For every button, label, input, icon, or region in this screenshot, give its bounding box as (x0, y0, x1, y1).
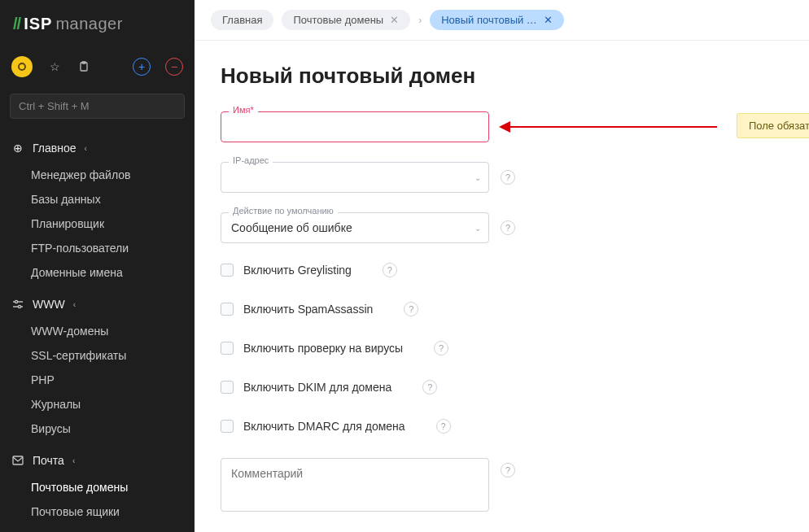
dashboard-icon: ⊕ (11, 142, 24, 155)
help-icon[interactable]: ? (501, 170, 515, 185)
ip-select[interactable] (221, 162, 489, 193)
greylisting-checkbox[interactable] (221, 264, 234, 277)
greylisting-label: Включить Greylisting (243, 264, 352, 277)
sidebar-item-domains[interactable]: Доменные имена (0, 260, 195, 285)
default-action-select[interactable]: Сообщение об ошибке (221, 212, 489, 243)
check-virus: Включить проверку на вирусы ? (221, 341, 783, 355)
star-icon[interactable]: ☆ (47, 59, 62, 74)
close-icon[interactable]: ✕ (544, 14, 553, 26)
sidebar-item-databases[interactable]: Базы данных (0, 187, 195, 211)
name-label: Имя* (229, 105, 258, 115)
dkim-checkbox[interactable] (221, 381, 234, 394)
svg-point-5 (15, 300, 17, 303)
coin-icon[interactable] (11, 56, 33, 77)
sidebar-item-viruses[interactable]: Вирусы (0, 416, 195, 441)
virus-checkbox[interactable] (221, 342, 234, 355)
sidebar-toolbar: ☆ + − (0, 50, 195, 89)
check-dkim: Включить DKIM для домена ? (221, 380, 783, 395)
content-area: Новый почтовый домен Имя* Поле обязатель… (195, 41, 809, 532)
comment-textarea[interactable] (221, 458, 489, 512)
breadcrumb-new-mail-domain[interactable]: Новый почтовый …✕ (430, 10, 564, 30)
remove-icon[interactable]: − (165, 58, 183, 76)
nav-section-www[interactable]: WWW ‹ (0, 290, 195, 319)
arrow-line-icon (505, 126, 717, 128)
logo-manager: manager (55, 15, 122, 33)
nav-section-label: Почта (33, 454, 64, 467)
mail-icon (11, 454, 24, 467)
nav-section-label: Главное (33, 142, 77, 155)
chevron-left-icon: ‹ (72, 456, 75, 465)
add-icon[interactable]: + (133, 58, 151, 76)
chevron-left-icon: ‹ (73, 300, 76, 309)
sliders-icon (11, 298, 24, 311)
breadcrumb-home[interactable]: Главная (211, 10, 273, 30)
search-input[interactable]: Ctrl + Shift + M (10, 94, 185, 119)
sidebar: // ISPmanager ☆ + − Ctrl + Shift + M ⊕ Г… (0, 0, 195, 532)
close-icon[interactable]: ✕ (390, 14, 399, 26)
dkim-label: Включить DKIM для домена (243, 381, 391, 394)
sidebar-item-mail-domains[interactable]: Почтовые домены (0, 475, 195, 499)
default-action-label: Действие по умолчанию (229, 206, 338, 216)
nav-section-main[interactable]: ⊕ Главное ‹ (0, 133, 195, 163)
sidebar-item-php[interactable]: PHP (0, 368, 195, 392)
dmarc-label: Включить DMARC для домена (243, 420, 405, 433)
logo-isp: ISP (24, 15, 52, 33)
sidebar-item-ftp-users[interactable]: FTP-пользователи (0, 236, 195, 260)
breadcrumb-mail-domains[interactable]: Почтовые домены✕ (282, 10, 410, 30)
ip-label: IP-адрес (229, 155, 273, 165)
sidebar-item-mailboxes[interactable]: Почтовые ящики (0, 499, 195, 524)
error-tooltip: Поле обязательно для заполнения ✕ (737, 113, 809, 138)
name-input[interactable] (221, 111, 489, 142)
help-icon[interactable]: ? (404, 302, 418, 316)
check-spamassassin: Включить SpamAssassin ? (221, 302, 783, 316)
main: Главная Почтовые домены✕ › Новый почтовы… (195, 0, 809, 532)
clipboard-icon[interactable] (77, 59, 91, 74)
nav-section-mail[interactable]: Почта ‹ (0, 446, 195, 475)
chevron-right-icon: › (418, 15, 422, 26)
spamassassin-checkbox[interactable] (221, 303, 234, 316)
arrow-head-icon (499, 121, 510, 133)
nav-section-label: WWW (33, 298, 65, 311)
sidebar-item-scheduler[interactable]: Планировщик (0, 211, 195, 236)
help-icon[interactable]: ? (501, 220, 515, 235)
svg-rect-7 (13, 456, 23, 464)
help-icon[interactable]: ? (422, 380, 437, 395)
logo-slashes-icon: // (13, 15, 20, 33)
svg-point-6 (18, 305, 20, 307)
field-comment: ? (221, 458, 783, 512)
chevron-left-icon: ‹ (85, 144, 87, 153)
page-title: Новый почтовый домен (221, 63, 783, 89)
dmarc-checkbox[interactable] (221, 420, 234, 433)
sidebar-item-file-manager[interactable]: Менеджер файлов (0, 163, 195, 187)
help-icon[interactable]: ? (434, 341, 448, 355)
nav: ⊕ Главное ‹ Менеджер файлов Базы данных … (0, 133, 195, 532)
check-dmarc: Включить DMARC для домена ? (221, 419, 783, 434)
help-icon[interactable]: ? (383, 263, 397, 277)
sidebar-item-ssl[interactable]: SSL-сертификаты (0, 343, 195, 368)
field-ip: IP-адрес ⌄ ? (221, 162, 783, 193)
check-greylisting: Включить Greylisting ? (221, 263, 783, 277)
sidebar-item-www-domains[interactable]: WWW-домены (0, 319, 195, 343)
breadcrumb: Главная Почтовые домены✕ › Новый почтовы… (195, 0, 809, 41)
help-icon[interactable]: ? (501, 463, 515, 477)
spamassassin-label: Включить SpamAssassin (243, 303, 373, 316)
virus-label: Включить проверку на вирусы (243, 342, 403, 355)
logo: // ISPmanager (0, 0, 195, 50)
field-default-action: Сообщение об ошибке Действие по умолчани… (221, 212, 783, 243)
sidebar-item-logs[interactable]: Журналы (0, 392, 195, 416)
help-icon[interactable]: ? (436, 419, 451, 434)
field-name: Имя* Поле обязательно для заполнения ✕ (221, 111, 783, 142)
svg-point-0 (19, 63, 25, 70)
